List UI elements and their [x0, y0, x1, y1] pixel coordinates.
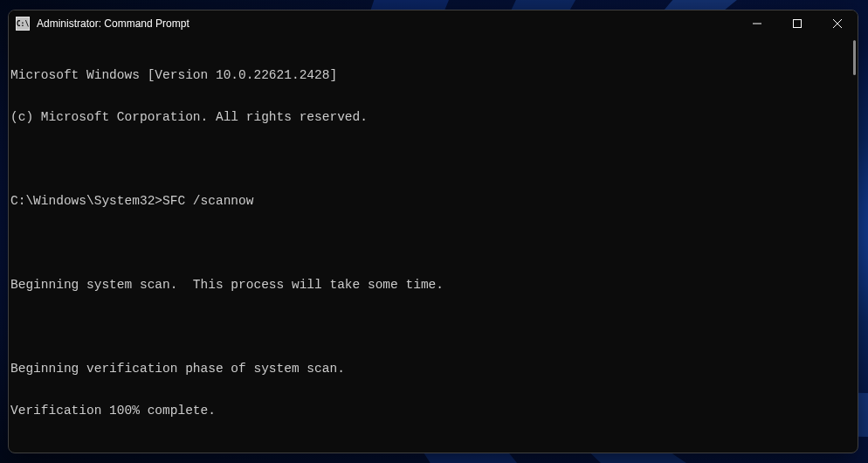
terminal-line	[9, 236, 858, 250]
terminal-line: (c) Microsoft Corporation. All rights re…	[9, 110, 858, 124]
titlebar[interactable]: C:\ Administrator: Command Prompt	[9, 10, 858, 37]
close-button[interactable]	[817, 10, 858, 37]
window-title: Administrator: Command Prompt	[37, 17, 737, 30]
terminal-line: Beginning verification phase of system s…	[9, 362, 858, 376]
terminal-line	[9, 152, 858, 166]
close-icon	[833, 19, 842, 28]
minimize-button[interactable]	[737, 10, 777, 37]
terminal-line: Microsoft Windows [Version 10.0.22621.24…	[9, 68, 858, 82]
scrollbar-thumb[interactable]	[853, 40, 856, 75]
minimize-icon	[753, 19, 761, 28]
window-controls	[737, 10, 858, 37]
terminal-output[interactable]: Microsoft Windows [Version 10.0.22621.24…	[9, 37, 858, 453]
app-icon: C:\	[16, 17, 30, 31]
command-prompt-window: C:\ Administrator: Command Prompt Micros…	[8, 10, 858, 453]
terminal-line	[9, 446, 858, 453]
terminal-line: Verification 100% complete.	[9, 404, 858, 418]
maximize-icon	[793, 19, 802, 28]
terminal-line	[9, 320, 858, 334]
terminal-line: C:\Windows\System32>SFC /scannow	[9, 194, 858, 208]
maximize-button[interactable]	[777, 10, 817, 37]
svg-rect-1	[794, 20, 802, 28]
terminal-line: Beginning system scan. This process will…	[9, 278, 858, 292]
